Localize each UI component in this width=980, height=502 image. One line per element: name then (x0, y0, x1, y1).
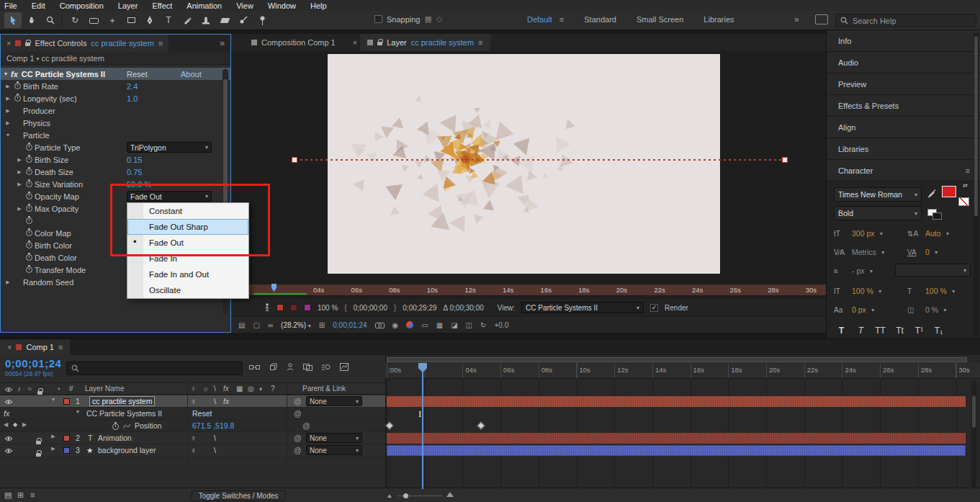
brush-tool-icon[interactable] (179, 12, 196, 28)
stopwatch-icon[interactable] (26, 169, 32, 175)
path-handle-right[interactable] (782, 157, 788, 163)
effect-controls-tab[interactable]: × Effect Controls cc practile system ≡ (1, 35, 168, 52)
panel-header-libraries[interactable]: Libraries (827, 138, 980, 160)
panel-header-align[interactable]: Align (827, 117, 980, 138)
fast-previews-icon[interactable]: ↻ (480, 321, 486, 329)
stopwatch-icon[interactable] (26, 254, 32, 261)
menu-layer[interactable]: Layer (118, 1, 138, 10)
add-keyframe-icon[interactable]: ◆ (13, 421, 17, 428)
eye-icon[interactable] (4, 399, 13, 405)
parent-dropdown[interactable]: None▾ (306, 396, 362, 406)
effect-point-icon[interactable]: ⊕ (461, 153, 470, 164)
effect-row-physics[interactable]: ▶Physics (1, 117, 230, 129)
menu-view[interactable]: View (236, 1, 253, 10)
twirl-icon[interactable]: ▶ (15, 157, 24, 163)
stopwatch-icon[interactable] (26, 181, 32, 187)
layers-icon[interactable]: ▤ (238, 321, 245, 329)
pickwhip-icon[interactable]: @ (294, 446, 302, 454)
frame-blend-icon[interactable] (303, 364, 313, 371)
snap-edges-icon[interactable]: ▦ (425, 14, 432, 24)
font-family-select[interactable]: Times New Roman▾ (834, 187, 922, 202)
twirl-icon[interactable]: ▶ (15, 169, 24, 175)
stopwatch-icon[interactable] (26, 205, 32, 212)
menu-option-fade-out-sharp[interactable]: Fade Out Sharp (127, 219, 248, 235)
swap-fill-stroke-icon[interactable]: ⇄ (963, 182, 968, 189)
expand-options-icon[interactable]: ≡ (30, 490, 35, 499)
view-dropdown[interactable]: CC Particle Systems II ▾ (521, 302, 644, 313)
reset-link[interactable]: Reset (192, 409, 212, 418)
fx-switch[interactable]: fx (223, 397, 229, 405)
label-color-chip[interactable] (63, 398, 70, 405)
stopwatch-icon[interactable] (26, 144, 32, 151)
workspace-libraries[interactable]: Libraries (703, 15, 734, 24)
stopwatch-icon[interactable] (26, 266, 32, 273)
stroke-swatch[interactable] (958, 197, 969, 206)
person-icon[interactable] (264, 303, 270, 312)
grid-guides-icon[interactable]: ⊞ (319, 321, 325, 329)
zoom-tool-icon[interactable] (42, 12, 59, 28)
panel-header-preview[interactable]: Preview (827, 73, 980, 95)
stopwatch-icon[interactable] (26, 218, 32, 224)
position-value[interactable]: 671.5 ,519.8 (192, 421, 234, 430)
layer-name[interactable]: cc practile system (89, 396, 155, 406)
motion-blur-icon[interactable] (322, 363, 331, 371)
snapping-checkbox[interactable] (374, 15, 382, 23)
help-search-input[interactable]: Search Help (835, 14, 976, 27)
eye-icon[interactable] (4, 448, 13, 454)
current-time-display[interactable]: 0;00;01;24 (5, 357, 61, 369)
vertical-scale-value[interactable]: 100 % (852, 287, 873, 295)
sidebar-scrollbar[interactable] (974, 33, 979, 336)
panel-header-effects-presets[interactable]: Effects & Presets (827, 95, 980, 117)
panel-menu-icon[interactable]: ≡ (478, 38, 482, 47)
zoom-level-dropdown[interactable]: (28.2%) ▾ (281, 321, 311, 329)
property-dropdown-particle-type[interactable]: TriPolygon▾ (127, 142, 212, 153)
fill-swatch[interactable] (942, 186, 956, 197)
twirl-icon[interactable]: ▶ (49, 434, 58, 439)
close-icon[interactable]: × (6, 39, 11, 48)
exposure-offset[interactable]: +0.0 (494, 321, 508, 329)
layer-time-ruler[interactable]: 04s06s08s10s12s14s16s18s20s22s24s26s28s3… (231, 284, 826, 296)
faux-italic-button[interactable]: T (852, 324, 870, 337)
layer-name[interactable]: background layer (98, 446, 156, 454)
twirl-icon[interactable]: ▶ (49, 446, 58, 452)
baseline-shift-value[interactable]: 0 px (852, 305, 866, 314)
fill-stroke-swatches[interactable]: ⇄ (942, 184, 969, 206)
pixel-aspect-icon[interactable]: ◫ (466, 321, 472, 329)
mask-visibility-icon[interactable]: ◪ (451, 321, 457, 329)
menu-help[interactable]: Help (310, 1, 327, 10)
layer-name-column-header[interactable]: Layer Name (85, 385, 124, 393)
tracking-value[interactable]: 0 (925, 248, 930, 256)
kerning-value[interactable]: Metrics (852, 248, 876, 256)
position-row[interactable]: ◀ ◆ ▶ Position 671.5 ,519.8 @ (0, 420, 385, 432)
pickwhip-icon[interactable]: @ (294, 434, 302, 442)
menu-edit[interactable]: Edit (32, 1, 45, 10)
property-value[interactable]: 0.15 (127, 156, 142, 164)
parent-column-header[interactable]: Parent & Link (302, 385, 346, 393)
stopwatch-icon[interactable] (26, 242, 32, 248)
menu-option-fade-in-and-out[interactable]: Fade In and Out (127, 266, 248, 282)
panel-menu-icon[interactable]: ≡ (158, 39, 163, 48)
menu-option-fade-in[interactable]: Fade In (127, 251, 248, 266)
effect-row-birth-rate[interactable]: ▶Birth Rate2.4 (1, 80, 230, 92)
pen-tool-icon[interactable] (141, 12, 158, 28)
mini-flowchart-icon[interactable] (249, 364, 260, 371)
expand-layers-icon[interactable]: ▤ (4, 490, 12, 500)
small-caps-button[interactable]: Tt (891, 324, 909, 337)
show-snapshot-icon[interactable]: ◉ (392, 321, 399, 329)
type-tool-icon[interactable]: T (160, 12, 177, 28)
twirl-icon[interactable]: ▼ (1, 71, 11, 76)
font-style-select[interactable]: Bold▾ (834, 206, 922, 220)
twirl-icon[interactable]: ▼ (73, 409, 82, 414)
snap-features-icon[interactable]: ◇ (436, 14, 442, 24)
twirl-icon[interactable]: ▶ (4, 279, 12, 285)
twirl-icon[interactable]: ▶ (4, 108, 12, 114)
effect-row-longevity-sec[interactable]: ▶Longevity (sec)1.0 (1, 92, 230, 104)
track-scrollbar[interactable] (971, 381, 976, 488)
panel-header-audio[interactable]: Audio (827, 52, 980, 73)
menu-option-fade-out[interactable]: •Fade Out (127, 235, 248, 251)
next-keyframe-icon[interactable]: ▶ (22, 421, 27, 428)
out-time[interactable]: 0;00;29;29 (403, 304, 436, 312)
baseline-shift-control[interactable]: Aa 0 px ▼ (834, 305, 876, 314)
kerning-control[interactable]: V∕A Metrics ▼ (834, 248, 886, 256)
camera-tool-icon[interactable] (85, 12, 102, 28)
